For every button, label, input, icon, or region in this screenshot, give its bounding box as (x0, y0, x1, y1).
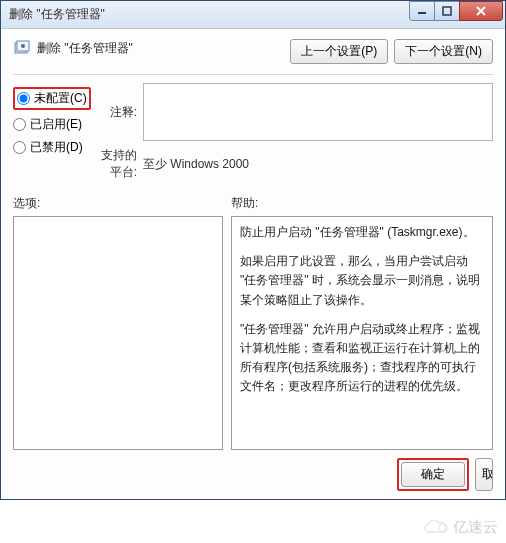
radio-disabled-label: 已禁用(D) (30, 139, 83, 156)
state-radio-group: 未配置(C) 已启用(E) 已禁用(D) (13, 83, 91, 181)
close-button[interactable] (459, 1, 503, 21)
page-title: 删除 "任务管理器" (37, 40, 133, 57)
radio-disabled-input[interactable] (13, 141, 26, 154)
options-label: 选项: (13, 195, 223, 212)
svg-point-6 (21, 44, 25, 48)
watermark-text: 亿速云 (453, 518, 498, 537)
maximize-icon (442, 6, 452, 16)
help-label: 帮助: (231, 195, 493, 212)
help-panel: 防止用户启动 "任务管理器" (Taskmgr.exe)。 如果启用了此设置，那… (231, 216, 493, 450)
cloud-icon (423, 520, 449, 536)
cancel-button[interactable]: 取 (475, 458, 493, 491)
comment-label: 注释: (91, 104, 143, 121)
help-text-1: 防止用户启动 "任务管理器" (Taskmgr.exe)。 (240, 223, 484, 242)
close-icon (476, 6, 486, 16)
radio-enabled-label: 已启用(E) (30, 116, 82, 133)
platform-value: 至少 Windows 2000 (143, 156, 249, 173)
minimize-button[interactable] (409, 1, 435, 21)
options-panel (13, 216, 223, 450)
radio-not-configured-input[interactable] (17, 92, 30, 105)
titlebar: 删除 "任务管理器" (1, 1, 505, 29)
svg-rect-1 (443, 7, 451, 15)
comment-textarea[interactable] (143, 83, 493, 141)
radio-disabled[interactable]: 已禁用(D) (13, 139, 91, 156)
radio-not-configured[interactable]: 未配置(C) (13, 87, 91, 110)
radio-enabled[interactable]: 已启用(E) (13, 116, 91, 133)
help-text-3: "任务管理器" 允许用户启动或终止程序；监视计算机性能；查看和监视正运行在计算机… (240, 320, 484, 397)
window-title: 删除 "任务管理器" (9, 6, 410, 23)
ok-button[interactable]: 确定 (401, 462, 465, 487)
minimize-icon (417, 6, 427, 16)
policy-icon (13, 39, 31, 57)
next-setting-button[interactable]: 下一个设置(N) (394, 39, 493, 64)
window-controls (410, 1, 503, 21)
ok-highlight: 确定 (397, 458, 469, 491)
maximize-button[interactable] (434, 1, 460, 21)
radio-enabled-input[interactable] (13, 118, 26, 131)
previous-setting-button[interactable]: 上一个设置(P) (290, 39, 388, 64)
divider (13, 74, 493, 75)
platform-label: 支持的平台: (91, 147, 143, 181)
radio-not-configured-label: 未配置(C) (34, 90, 87, 107)
help-text-2: 如果启用了此设置，那么，当用户尝试启动 "任务管理器" 时，系统会显示一则消息，… (240, 252, 484, 310)
watermark: 亿速云 (423, 518, 498, 537)
